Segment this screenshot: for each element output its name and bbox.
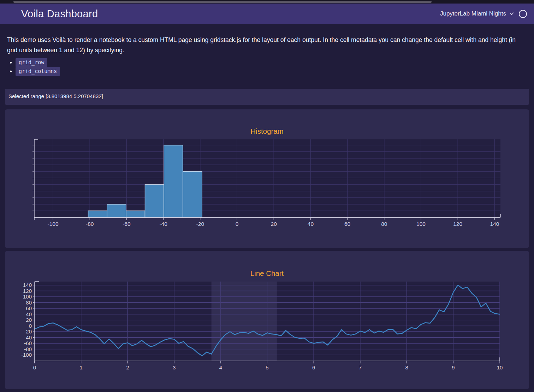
list-item: grid_columns [16,68,60,74]
svg-text:0: 0 [29,323,32,329]
svg-text:1: 1 [80,364,83,370]
chevron-down-icon [509,11,514,16]
svg-text:120: 120 [23,288,32,294]
svg-text:140: 140 [490,221,499,227]
svg-text:100: 100 [23,294,32,300]
svg-text:-100: -100 [47,221,58,227]
selected-range-panel: Selected range [3.8013984 5.20704832] [5,89,529,105]
svg-text:6: 6 [312,364,315,370]
svg-text:-60: -60 [123,221,131,227]
svg-text:-80: -80 [86,221,94,227]
app-header: Voila Dashboard JupyterLab Miami Nights [0,4,534,24]
svg-text:0: 0 [33,364,36,370]
svg-text:40: 40 [308,221,314,227]
svg-text:3: 3 [173,364,176,370]
svg-text:5: 5 [266,364,268,370]
selected-range-output: Selected range [3.8013984 5.20704832] [5,89,529,99]
svg-text:2: 2 [126,364,129,370]
line-chart-panel: Line Chart 140120100806040200-20-40-60-8… [5,251,529,389]
app-title: Voila Dashboard [21,8,98,20]
svg-text:8: 8 [405,364,408,370]
kernel-status-icon [519,10,527,18]
top-scrollbar-track [0,0,534,4]
svg-text:-60: -60 [24,340,32,346]
scrollbar-thumb[interactable] [13,1,432,3]
svg-text:120: 120 [453,221,462,227]
grid-row-code: grid_row [16,58,47,67]
svg-text:-80: -80 [24,346,32,352]
histogram-chart[interactable]: -100-80-60-40-20020406080100120140 [5,109,529,248]
svg-text:40: 40 [26,311,32,317]
theme-selector[interactable]: JupyterLab Miami Nights [440,10,514,17]
svg-text:140: 140 [23,282,32,288]
intro-description: This demo uses Voilà to render a noteboo… [7,35,523,55]
svg-text:60: 60 [26,305,32,311]
svg-text:-100: -100 [21,352,32,358]
histogram-panel: Histogram -100-80-60-40-2002040608010012… [5,109,529,248]
svg-text:80: 80 [26,300,32,306]
list-item: grid_row [16,59,60,66]
svg-text:-20: -20 [196,221,204,227]
svg-text:4: 4 [219,364,222,370]
svg-text:60: 60 [344,221,351,227]
svg-text:10: 10 [497,364,503,370]
line-chart[interactable]: 140120100806040200-20-40-60-80-100012345… [5,251,529,389]
theme-selector-label: JupyterLab Miami Nights [440,10,506,17]
svg-text:20: 20 [271,221,277,227]
grid-columns-code: grid_columns [16,67,60,76]
svg-text:0: 0 [236,221,239,227]
svg-text:-40: -40 [24,334,32,340]
svg-text:20: 20 [26,317,32,323]
metadata-options-list: grid_row grid_columns [7,59,60,77]
svg-text:7: 7 [359,364,362,370]
svg-text:100: 100 [416,221,426,227]
svg-text:80: 80 [381,221,387,227]
svg-text:-20: -20 [24,328,32,334]
header-controls: JupyterLab Miami Nights [440,4,527,24]
svg-text:9: 9 [452,364,455,370]
svg-text:-40: -40 [159,221,167,227]
